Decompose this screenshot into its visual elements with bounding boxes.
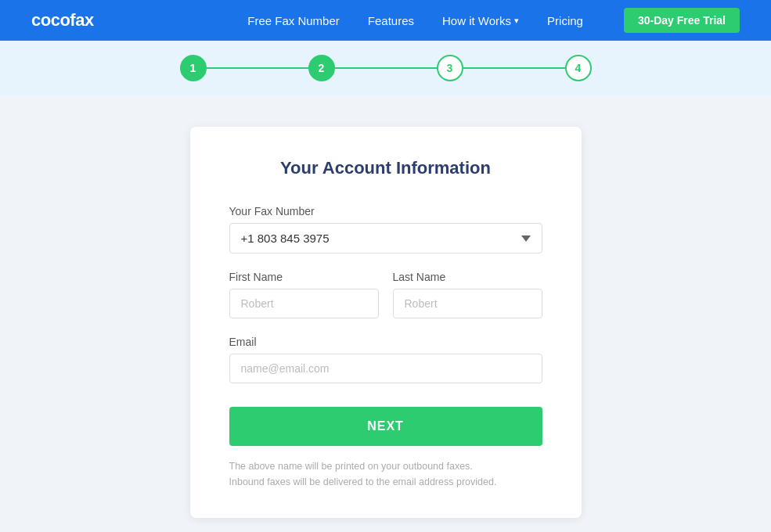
trial-button[interactable]: 30-Day Free Trial: [624, 8, 740, 33]
account-info-card: Your Account Information Your Fax Number…: [190, 127, 582, 518]
nav-links: Free Fax Number Features How it Works ▾ …: [247, 8, 740, 33]
email-label: Email: [229, 336, 542, 348]
disclaimer-line-2: Inbound faxes will be delivered to the e…: [229, 474, 542, 490]
first-name-group: First Name: [229, 271, 379, 318]
first-name-label: First Name: [229, 271, 379, 283]
nav-link-features[interactable]: Features: [368, 14, 414, 27]
step-line-2-3: [335, 67, 437, 69]
next-button[interactable]: NEXT: [229, 407, 542, 446]
fax-number-label: Your Fax Number: [229, 205, 542, 217]
nav-link-free-fax-number[interactable]: Free Fax Number: [247, 14, 340, 27]
last-name-input[interactable]: [393, 289, 542, 318]
main-content: Your Account Information Your Fax Number…: [0, 95, 771, 532]
card-title: Your Account Information: [229, 158, 542, 178]
nav-how-it-works-label: How it Works: [442, 14, 511, 27]
logo[interactable]: cocofax: [31, 10, 94, 31]
fax-number-group: Your Fax Number +1 803 845 3975: [229, 205, 542, 253]
stepper-bar: 1 2 3 4: [0, 41, 771, 95]
email-input[interactable]: [229, 354, 542, 383]
step-line-1-2: [207, 67, 308, 69]
navbar: cocofax Free Fax Number Features How it …: [0, 0, 771, 41]
name-row: First Name Last Name: [229, 271, 542, 318]
nav-link-how-it-works[interactable]: How it Works ▾: [442, 14, 519, 27]
email-group: Email: [229, 336, 542, 383]
first-name-input[interactable]: [229, 289, 379, 318]
step-3: 3: [437, 55, 463, 81]
disclaimer: The above name will be printed on your o…: [229, 458, 542, 490]
nav-link-pricing[interactable]: Pricing: [547, 14, 583, 27]
chevron-down-icon: ▾: [514, 16, 519, 26]
disclaimer-line-1: The above name will be printed on your o…: [229, 458, 542, 474]
stepper: 1 2 3 4: [180, 55, 592, 81]
fax-number-select[interactable]: +1 803 845 3975: [229, 223, 542, 253]
step-4: 4: [565, 55, 592, 81]
step-line-3-4: [463, 67, 565, 69]
last-name-group: Last Name: [393, 271, 542, 318]
step-2: 2: [308, 55, 335, 81]
last-name-label: Last Name: [393, 271, 542, 283]
step-1: 1: [180, 55, 207, 81]
